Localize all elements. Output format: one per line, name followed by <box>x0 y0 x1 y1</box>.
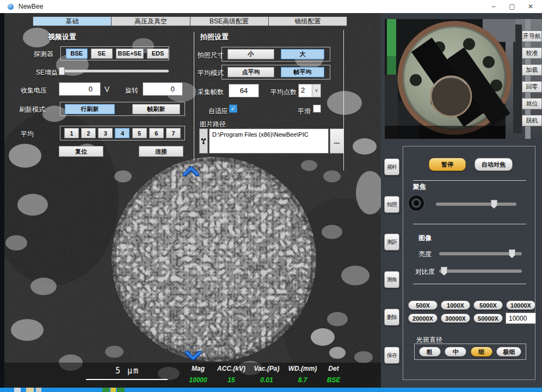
average-6-button[interactable]: 6 <box>149 128 164 138</box>
detector-bse-button[interactable]: BSE <box>66 48 88 59</box>
spot-button-extra-fine[interactable]: 极细 <box>496 347 521 357</box>
refresh-mode-group: 行刷新 帧刷新 <box>60 102 185 116</box>
average-1-button[interactable]: 1 <box>64 128 79 138</box>
pause-button[interactable]: 暂停 <box>429 158 466 171</box>
tool-button-snapshot[interactable]: 拍照 <box>384 196 399 213</box>
mag-button-500x[interactable]: 500X <box>408 301 438 310</box>
panel-divider-right <box>343 30 344 170</box>
detector-eds-button[interactable]: EDS <box>147 48 169 59</box>
contrast-slider[interactable] <box>439 270 522 273</box>
photo-size-label: 拍照尺寸 <box>198 51 224 60</box>
taskbar-icon-fragment[interactable] <box>102 388 109 392</box>
size-small-button[interactable]: 小 <box>227 49 274 59</box>
frame-average-button[interactable]: 帧平均 <box>281 67 324 77</box>
smooth-checkbox[interactable] <box>313 105 321 113</box>
window-controls: – ▢ ✕ <box>484 0 540 13</box>
nav-button-open-navigation[interactable]: 开导航 <box>522 30 542 42</box>
mag-button-20000x[interactable]: 20000X <box>408 314 438 323</box>
se-gain-slider-thumb[interactable] <box>59 67 65 75</box>
nav-button-calibrate[interactable]: 校准 <box>522 47 542 59</box>
taskbar-icon-fragment[interactable] <box>110 388 116 392</box>
spot-button-coarse[interactable]: 粗 <box>419 347 441 357</box>
point-average-button[interactable]: 点平均 <box>227 67 274 77</box>
focus-target-icon <box>409 195 424 211</box>
se-gain-slider[interactable] <box>60 70 169 72</box>
tool-button-measure-distance[interactable]: 测距 <box>384 234 399 250</box>
mag-button-30000x[interactable]: 30000X <box>441 314 470 323</box>
taskbar-start-fragment[interactable] <box>14 388 21 392</box>
tab-bse-advanced[interactable]: BSE高级配置 <box>190 16 269 26</box>
sem-status-bar: 5 μm Mag 10000 ACC.(kV) 15 Vac.(Pa) 0.01… <box>4 363 381 388</box>
line-refresh-button[interactable]: 行刷新 <box>65 104 115 114</box>
adaptive-checkbox[interactable]: ✓ <box>229 105 237 113</box>
focus-section-label: 聚焦 <box>413 182 426 192</box>
stage-down-chevron[interactable] <box>185 351 201 360</box>
contrast-label: 对比度 <box>415 267 435 277</box>
contrast-slider-thumb[interactable] <box>441 267 447 275</box>
window-title: NewBee <box>19 3 43 10</box>
points-label: 平均点数 <box>270 88 297 97</box>
taskbar-icon-fragment[interactable] <box>26 388 34 392</box>
nav-button-return-zero[interactable]: 回零 <box>522 81 542 93</box>
status-field-mag: Mag 10000 <box>184 365 212 384</box>
average-2-button[interactable]: 2 <box>81 128 96 138</box>
tool-button-measure-angle[interactable]: 测角 <box>384 271 399 288</box>
average-label: 平均 <box>21 130 34 139</box>
avg-mode-label: 平均模式 <box>198 69 224 78</box>
status-field-vac: Vac.(Pa) 0.01 <box>250 365 283 384</box>
spot-button-fine[interactable]: 细 <box>471 347 492 357</box>
brightness-slider-thumb[interactable] <box>509 249 515 258</box>
status-field-det: Det BSE <box>322 365 345 384</box>
brightness-slider[interactable] <box>439 252 522 255</box>
close-button[interactable]: ✕ <box>521 0 540 13</box>
mag-button-50000x[interactable]: 50000X <box>473 314 503 323</box>
average-7-button[interactable]: 7 <box>166 128 181 138</box>
average-4-button[interactable]: 4 <box>115 128 130 138</box>
focus-slider[interactable] <box>436 203 516 206</box>
mag-button-1000x[interactable]: 1000X <box>441 301 470 310</box>
average-5-button[interactable]: 5 <box>132 128 147 138</box>
status-field-wd: WD.(mm) 8.7 <box>285 365 320 384</box>
tab-hv-vacuum[interactable]: 高压及真空 <box>112 16 190 26</box>
tool-button-delete[interactable]: 删除 <box>384 309 399 326</box>
panel-divider <box>194 32 194 161</box>
minimize-button[interactable]: – <box>484 0 503 13</box>
detector-bse-se-button[interactable]: BSE+SE <box>116 48 144 59</box>
windows-taskbar[interactable] <box>0 388 542 392</box>
separator <box>413 224 526 224</box>
tool-button-joystick[interactable]: 摇杆 <box>384 158 399 175</box>
chevron-down-icon[interactable]: ˅ <box>312 84 321 97</box>
nav-button-load[interactable]: 加载 <box>522 64 542 76</box>
magnification-input[interactable] <box>506 313 536 324</box>
size-large-button[interactable]: 大 <box>281 49 324 59</box>
taskbar-icon-fragment[interactable] <box>36 388 41 392</box>
path-input[interactable]: D:\Program Files (x86)\NewBee\PIC <box>209 128 329 154</box>
points-dropdown[interactable]: 2 ˅ <box>298 84 321 97</box>
path-tool-button[interactable] <box>199 128 208 154</box>
reset-button[interactable]: 复位 <box>59 146 103 157</box>
rotation-input[interactable] <box>143 82 183 96</box>
application-window: 5 μm Mag 10000 ACC.(kV) 15 Vac.(Pa) 0.01… <box>0 0 542 392</box>
focus-slider-thumb[interactable] <box>491 200 497 209</box>
nav-button-in-position[interactable]: 就位 <box>522 98 542 109</box>
path-label: 图片路径 <box>200 120 226 129</box>
frame-refresh-button[interactable]: 帧刷新 <box>132 104 180 114</box>
frames-input[interactable] <box>229 84 259 97</box>
maximize-button[interactable]: ▢ <box>503 0 521 13</box>
spot-button-medium[interactable]: 中 <box>445 347 466 357</box>
tab-basic[interactable]: 基础 <box>33 16 112 26</box>
browse-button[interactable]: ... <box>330 128 344 154</box>
detector-se-button[interactable]: SE <box>91 48 113 59</box>
mag-button-5000x[interactable]: 5000X <box>473 301 503 310</box>
mag-button-10000x[interactable]: 10000X <box>506 301 535 310</box>
average-3-button[interactable]: 3 <box>98 128 113 138</box>
status-field-acc: ACC.(kV) 15 <box>214 365 248 384</box>
collect-voltage-input[interactable] <box>59 82 101 96</box>
nav-button-offline[interactable]: 脱机 <box>522 115 542 126</box>
tab-lens-config[interactable]: 镜组配置 <box>269 16 347 26</box>
tool-button-save[interactable]: 保存 <box>384 347 399 364</box>
stage-up-chevron[interactable] <box>183 167 199 176</box>
autofocus-button[interactable]: 自动对焦 <box>475 158 513 171</box>
taskbar-icon-fragment[interactable] <box>117 388 125 392</box>
connect-button[interactable]: 连接 <box>139 146 183 157</box>
